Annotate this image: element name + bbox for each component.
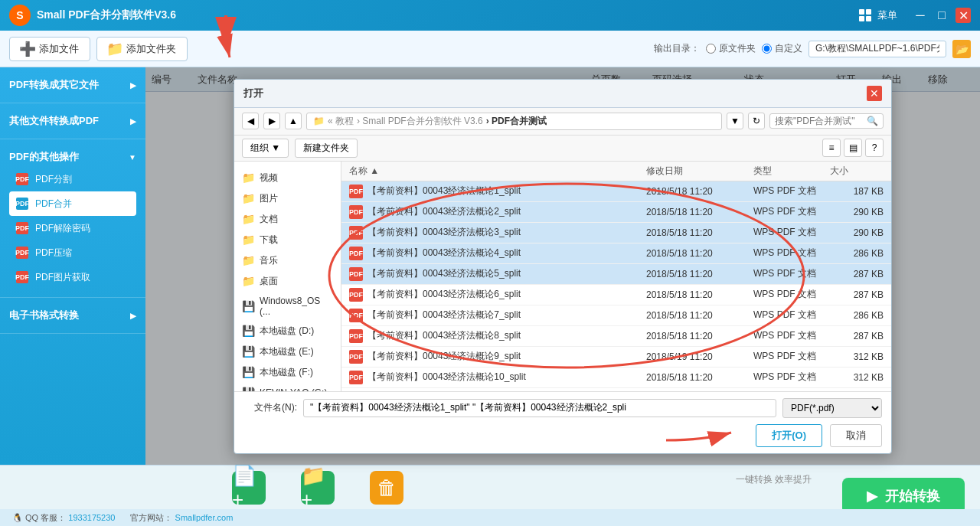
left-item-drive-d[interactable]: 💾 本地磁盘 (D:) xyxy=(234,321,341,341)
file-list-header: 名称 ▲ 修改日期 类型 大小 xyxy=(341,162,891,181)
pdf-file-icon: PDF xyxy=(349,329,363,343)
maximize-button[interactable]: □ xyxy=(934,8,949,23)
qq-bar: 🐧 QQ 客服： 1933175230 官方网站： Smallpdfer.com xyxy=(0,509,980,526)
search-box: 🔍 xyxy=(769,113,884,129)
menu-label: 菜单 xyxy=(877,8,897,22)
breadcrumb: 📁 « 教程 › Small PDF合并分割软件 V3.6 › PDF合并测试 xyxy=(306,113,722,130)
col-size[interactable]: 大小 xyxy=(830,165,884,178)
dialog-actions: 打开(O) 取消 xyxy=(243,424,882,447)
left-item-video[interactable]: 📁 视频 xyxy=(234,168,341,188)
dialog-title: 打开 xyxy=(243,87,263,100)
close-button[interactable]: ✕ xyxy=(956,8,971,23)
file-row[interactable]: PDF 【考前资料】00043经济法概论9_split 2018/5/19 11… xyxy=(341,347,891,368)
help-button[interactable]: ? xyxy=(865,139,884,157)
left-panel: 📁 视频 📁 图片 📁 文档 📁 下载 xyxy=(234,162,341,391)
new-folder-button[interactable]: 新建文件夹 xyxy=(295,139,358,158)
window-controls: 菜单 ─ □ ✕ xyxy=(859,8,971,23)
file-name-cell: PDF 【考前资料】00043经济法概论4_split xyxy=(349,247,646,260)
dialog-open-button[interactable]: 打开(O) xyxy=(756,424,822,447)
start-convert-label: 开始转换 xyxy=(885,487,940,505)
file-row[interactable]: PDF 【考前资料】00043经济法概论5_split 2018/5/18 11… xyxy=(341,264,891,285)
nav-refresh-button[interactable]: ↻ xyxy=(748,113,765,129)
add-folder-button[interactable]: 📁 添加文件夹 xyxy=(96,37,188,61)
dialog-close-button[interactable]: ✕ xyxy=(867,86,882,101)
folder-icon: 📁 xyxy=(242,234,255,246)
file-row[interactable]: PDF 【考前资料】00043经济法概论3_split 2018/5/18 11… xyxy=(341,223,891,243)
app-logo: S xyxy=(9,5,31,26)
add-file-button[interactable]: ➕ 添加文件 xyxy=(9,37,90,61)
view-list-button[interactable]: ≡ xyxy=(822,139,841,157)
left-item-desktop[interactable]: 📁 桌面 xyxy=(234,271,341,292)
file-row[interactable]: PDF 【考前资料】00043经济法概论11_split 2018/5/18 1… xyxy=(341,388,891,391)
file-name-cell: PDF 【考前资料】00043经济法概论6_split xyxy=(349,288,646,302)
minimize-button[interactable]: ─ xyxy=(913,8,928,23)
file-row[interactable]: PDF 【考前资料】00043经济法概论10_split 2018/5/18 1… xyxy=(341,368,891,388)
sidebar-section-2-header[interactable]: 其他文件转换成PDF ▶ xyxy=(9,111,136,131)
add-folder-label: 添加文件夹 xyxy=(126,42,176,56)
folder-icon: 📁 xyxy=(242,192,255,204)
content-area: 编号 文件名称 总页数 页码选择 状态 打开 输出 移除 打开 ✕ ◀ ▶ ▲ xyxy=(145,67,980,465)
browse-output-button[interactable]: 📂 xyxy=(952,40,971,58)
col-type[interactable]: 类型 xyxy=(753,165,830,178)
sidebar-section-1-header[interactable]: PDF转换成其它文件 ▶ xyxy=(9,75,136,95)
nav-back-button[interactable]: ◀ xyxy=(242,113,259,129)
left-item-music[interactable]: 📁 音乐 xyxy=(234,250,341,271)
pdf-file-icon: PDF xyxy=(349,226,363,240)
col-date[interactable]: 修改日期 xyxy=(646,165,753,178)
drive-icon: 💾 xyxy=(242,366,255,378)
website-link[interactable]: Smallpdfer.com xyxy=(175,513,234,522)
play-icon: ▶ xyxy=(867,488,877,505)
filetype-select[interactable]: PDF(*.pdf) xyxy=(782,398,882,418)
drive-icon: 💾 xyxy=(242,345,255,358)
open-file-dialog: 打开 ✕ ◀ ▶ ▲ 📁 « 教程 › Small PDF合并分割软件 V3.6… xyxy=(234,79,892,454)
sidebar-item-pdf-image[interactable]: PDF PDF图片获取 xyxy=(9,265,136,289)
folder-icon: 📁 xyxy=(242,254,255,266)
sidebar-item-pdf-merge[interactable]: PDF PDF合并 xyxy=(9,191,136,216)
drive-icon: 💾 xyxy=(242,325,255,337)
dialog-nav: ◀ ▶ ▲ 📁 « 教程 › Small PDF合并分割软件 V3.6 › PD… xyxy=(234,108,891,136)
file-row[interactable]: PDF 【考前资料】00043经济法概论6_split 2018/5/18 11… xyxy=(341,285,891,305)
left-item-drive-f[interactable]: 💾 本地磁盘 (F:) xyxy=(234,362,341,383)
file-name-cell: PDF 【考前资料】00043经济法概论3_split xyxy=(349,226,646,240)
pdf-image-icon: PDF xyxy=(15,270,29,284)
pdf-merge-icon: PDF xyxy=(15,197,29,211)
view-details-button[interactable]: ▤ xyxy=(844,139,862,157)
col-name[interactable]: 名称 ▲ xyxy=(349,165,646,178)
sidebar-section-3-header[interactable]: PDF的其他操作 ▼ xyxy=(9,147,136,167)
radio-original[interactable]: 原文件夹 xyxy=(706,42,756,55)
left-item-downloads[interactable]: 📁 下载 xyxy=(234,230,341,250)
file-row[interactable]: PDF 【考前资料】00043经济法概论2_split 2018/5/18 11… xyxy=(341,202,891,223)
sidebar-section-4-header[interactable]: 电子书格式转换 ▶ xyxy=(9,305,136,325)
file-row[interactable]: PDF 【考前资料】00043经济法概论4_split 2018/5/18 11… xyxy=(341,243,891,264)
organize-button[interactable]: 组织 ▼ xyxy=(242,139,289,158)
output-path-input[interactable] xyxy=(808,41,946,57)
folder-icon: 📁 xyxy=(242,275,255,287)
search-input[interactable] xyxy=(775,116,867,126)
file-rows: PDF 【考前资料】00043经济法概论1_split 2018/5/18 11… xyxy=(341,181,891,391)
sidebar-item-pdf-compress[interactable]: PDF PDF压缩 xyxy=(9,240,136,265)
nav-up-button[interactable]: ▲ xyxy=(285,113,302,129)
file-row[interactable]: PDF 【考前资料】00043经济法概论1_split 2018/5/18 11… xyxy=(341,181,891,202)
left-item-docs[interactable]: 📁 文档 xyxy=(234,209,341,230)
radio-original-label: 原文件夹 xyxy=(719,42,756,55)
qq-number-link[interactable]: 1933175230 xyxy=(68,513,115,522)
sidebar-item-pdf-split[interactable]: PDF PDF分割 xyxy=(9,167,136,191)
view-buttons: ≡ ▤ ? xyxy=(822,139,884,157)
nav-dropdown-button[interactable]: ▼ xyxy=(727,113,743,129)
add-file-label: 添加文件 xyxy=(39,42,79,56)
output-label: 输出目录： xyxy=(654,42,700,55)
file-row[interactable]: PDF 【考前资料】00043经济法概论8_split 2018/5/18 11… xyxy=(341,326,891,347)
dialog-cancel-button[interactable]: 取消 xyxy=(830,424,882,447)
left-item-drive-g[interactable]: 💾 KEVIN-YAO (G:) xyxy=(234,383,341,391)
left-item-drive-e[interactable]: 💾 本地磁盘 (E:) xyxy=(234,341,341,362)
left-item-images[interactable]: 📁 图片 xyxy=(234,188,341,209)
bottom-bar: 📄+ 添加文件 📁+ 添加文件夹 🗑 清空列表 一键转换 效率提升 ▶ 开始转换… xyxy=(0,465,980,526)
left-item-win8[interactable]: 💾 Windows8_OS (... xyxy=(234,292,341,321)
nav-forward-button[interactable]: ▶ xyxy=(263,113,280,129)
filename-input[interactable] xyxy=(303,399,776,417)
file-row[interactable]: PDF 【考前资料】00043经济法概论7_split 2018/5/18 11… xyxy=(341,305,891,326)
radio-custom-label: 自定义 xyxy=(775,42,802,55)
pdf-file-icon: PDF xyxy=(349,309,363,322)
radio-custom[interactable]: 自定义 xyxy=(762,42,802,55)
sidebar-item-pdf-unlock[interactable]: PDF PDF解除密码 xyxy=(9,216,136,240)
